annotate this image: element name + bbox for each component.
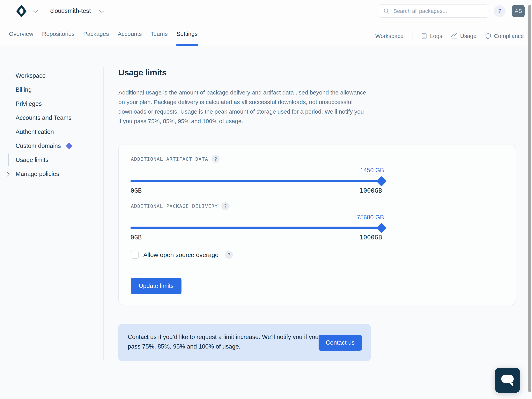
package-delivery-slider-track[interactable] bbox=[130, 227, 382, 229]
open-source-overage-checkbox[interactable] bbox=[131, 251, 139, 259]
artifact-data-min-label: 0GB bbox=[130, 187, 142, 194]
sidebar-item-label: Privileges bbox=[16, 100, 42, 107]
package-delivery-slider-handle[interactable] bbox=[376, 223, 387, 233]
avatar[interactable]: AS bbox=[512, 5, 525, 17]
usage-chart-icon bbox=[451, 33, 457, 39]
sidebar-item-label: Authentication bbox=[16, 129, 54, 135]
package-delivery-value: 75680 GB bbox=[131, 214, 384, 221]
nav-link-usage[interactable]: Usage bbox=[451, 33, 476, 39]
package-delivery-max-label: 1000GB bbox=[360, 234, 382, 241]
chat-bubble-tail-icon bbox=[509, 383, 513, 387]
app-root: cloudsmith-test ? AS Overview Repositori… bbox=[0, 0, 532, 399]
search-box[interactable] bbox=[379, 5, 488, 18]
sidebar-item-workspace[interactable]: Workspace bbox=[16, 69, 71, 83]
artifact-data-label: ADDITIONAL ARTIFACT DATA bbox=[131, 156, 208, 162]
nav-link-label: Logs bbox=[430, 33, 442, 39]
sidebar-item-label: Billing bbox=[16, 86, 32, 93]
artifact-data-slider-track[interactable] bbox=[130, 180, 382, 182]
sidebar-item-privileges[interactable]: Privileges bbox=[16, 97, 71, 111]
artifact-data-max-label: 1000GB bbox=[360, 187, 382, 194]
artifact-data-minmax-row: 0GB 1000GB bbox=[130, 187, 382, 194]
package-delivery-label-row: ADDITIONAL PACKAGE DELIVERY ? bbox=[131, 202, 229, 210]
tab-repositories[interactable]: Repositories bbox=[42, 26, 75, 46]
sidebar-item-label: Manage policies bbox=[16, 170, 59, 178]
sidebar-item-label: Workspace bbox=[16, 72, 46, 79]
artifact-data-value: 1450 GB bbox=[131, 167, 384, 174]
sidebar-item-billing[interactable]: Billing bbox=[16, 83, 71, 97]
compliance-shield-icon bbox=[485, 33, 491, 39]
sidebar-item-authentication[interactable]: Authentication bbox=[16, 125, 71, 139]
chat-launcher-button[interactable] bbox=[495, 368, 520, 393]
usage-limits-card: ADDITIONAL ARTIFACT DATA ? 1450 GB 0GB 1… bbox=[118, 145, 516, 305]
open-source-overage-row: Allow open source overage ? bbox=[131, 251, 233, 259]
artifact-data-label-row: ADDITIONAL ARTIFACT DATA ? bbox=[131, 155, 219, 163]
artifact-data-help-icon[interactable]: ? bbox=[212, 155, 219, 163]
nav-link-compliance[interactable]: Compliance bbox=[485, 33, 524, 39]
tab-settings[interactable]: Settings bbox=[177, 26, 197, 46]
package-delivery-help-icon[interactable]: ? bbox=[222, 202, 229, 210]
search-input[interactable] bbox=[393, 8, 484, 14]
primary-nav: Overview Repositories Packages Accounts … bbox=[9, 26, 198, 46]
cloudsmith-logo-icon[interactable] bbox=[16, 5, 26, 17]
sidebar-item-label: Accounts and Teams bbox=[16, 114, 71, 121]
sidebar-item-label: Custom domains bbox=[16, 142, 61, 149]
tab-teams[interactable]: Teams bbox=[151, 26, 168, 46]
chevron-right-icon bbox=[7, 172, 10, 177]
logo-chevron-down-icon[interactable] bbox=[32, 10, 38, 13]
workspace-switcher[interactable]: cloudsmith-test bbox=[50, 7, 91, 14]
sidebar-item-usage-limits[interactable]: Usage limits bbox=[16, 153, 71, 167]
logs-icon bbox=[421, 33, 427, 39]
open-source-overage-label: Allow open source overage bbox=[143, 251, 218, 258]
sidebar-item-manage-policies[interactable]: Manage policies bbox=[16, 167, 71, 181]
contact-us-button[interactable]: Contact us bbox=[319, 335, 362, 351]
package-delivery-label: ADDITIONAL PACKAGE DELIVERY bbox=[131, 203, 218, 209]
header-divider bbox=[0, 46, 528, 46]
tab-overview[interactable]: Overview bbox=[9, 26, 33, 46]
contact-banner: Contact us if you’d like to request a li… bbox=[118, 324, 371, 361]
sidebar-item-label: Usage limits bbox=[16, 156, 49, 163]
sidebar-divider bbox=[103, 67, 104, 360]
scrollbar-thumb[interactable] bbox=[528, 5, 531, 392]
update-limits-button[interactable]: Update limits bbox=[131, 278, 182, 294]
workspace-chevron-down-icon[interactable] bbox=[99, 10, 105, 13]
settings-sidebar: Workspace Billing Privileges Accounts an… bbox=[16, 69, 71, 181]
contact-banner-text: Contact us if you’d like to request a li… bbox=[128, 332, 328, 351]
workspace-context-label: Workspace bbox=[375, 33, 404, 39]
nav-divider bbox=[412, 32, 412, 40]
tab-packages[interactable]: Packages bbox=[83, 26, 109, 46]
page-title: Usage limits bbox=[118, 68, 166, 77]
nav-link-logs[interactable]: Logs bbox=[421, 33, 442, 39]
sidebar-item-accounts-and-teams[interactable]: Accounts and Teams bbox=[16, 111, 71, 125]
sidebar-item-custom-domains[interactable]: Custom domains bbox=[16, 139, 71, 153]
chat-bubble-icon bbox=[501, 375, 514, 383]
secondary-nav: Workspace Logs Usage Compliance bbox=[375, 26, 524, 46]
search-icon bbox=[383, 8, 390, 14]
nav-link-label: Compliance bbox=[494, 33, 524, 39]
page-scrollbar bbox=[527, 0, 532, 399]
help-button[interactable]: ? bbox=[494, 5, 506, 17]
page-description: Additional usage is the amount of packag… bbox=[118, 88, 368, 126]
artifact-data-slider-handle[interactable] bbox=[376, 176, 387, 187]
new-feature-diamond-icon bbox=[66, 143, 72, 149]
open-source-overage-help-icon[interactable]: ? bbox=[225, 251, 233, 259]
package-delivery-min-label: 0GB bbox=[130, 234, 142, 241]
tab-accounts[interactable]: Accounts bbox=[118, 26, 142, 46]
package-delivery-minmax-row: 0GB 1000GB bbox=[130, 234, 382, 241]
nav-link-label: Usage bbox=[460, 33, 476, 39]
